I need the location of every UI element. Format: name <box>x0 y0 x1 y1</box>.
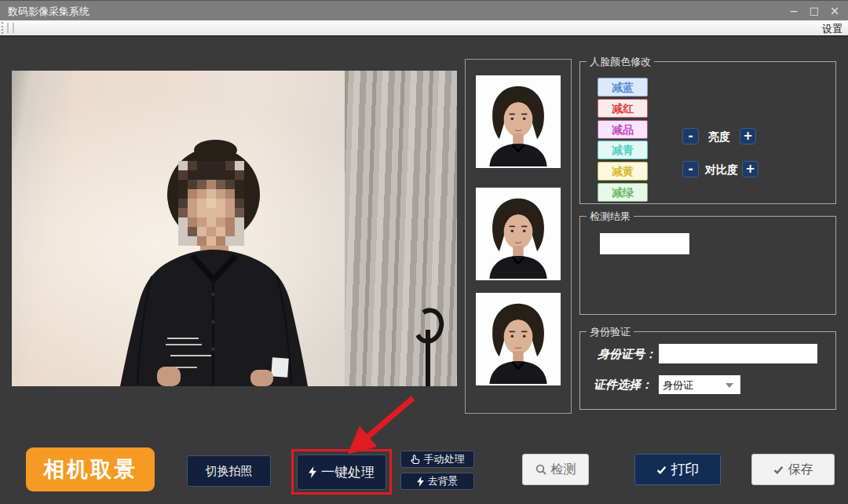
id-photo-portrait <box>476 293 561 385</box>
one-click-process-label: 一键处理 <box>321 463 375 481</box>
minimize-button[interactable]: − <box>785 3 802 19</box>
reduce-green-button[interactable]: 减绿 <box>598 183 648 202</box>
detection-result-panel: 检测结果 <box>579 216 836 315</box>
reduce-cyan-button[interactable]: 减青 <box>598 141 648 159</box>
maximize-button[interactable]: □ <box>806 3 823 19</box>
photo-thumbnail-1[interactable] <box>476 75 561 168</box>
save-label: 保存 <box>788 462 813 478</box>
contrast-minus-button[interactable]: - <box>682 161 699 177</box>
photo-thumbnail-strip <box>465 59 572 414</box>
switch-capture-button[interactable]: 切换拍照 <box>187 455 271 487</box>
check-icon <box>773 465 784 475</box>
lightning-icon <box>417 477 424 487</box>
manual-process-button[interactable]: 手动处理 <box>400 451 474 468</box>
face-color-panel-title: 人脸颜色修改 <box>587 55 654 69</box>
contrast-label: 对比度 <box>705 163 738 177</box>
detect-button[interactable]: 检测 <box>522 454 589 485</box>
camera-view-button[interactable]: 相机取景 <box>26 447 155 491</box>
annotation-arrow <box>338 389 424 455</box>
close-button[interactable]: × <box>826 3 843 19</box>
identity-panel-title: 身份验证 <box>587 325 634 339</box>
id-number-label: 身份证号： <box>598 347 656 362</box>
doc-type-label: 证件选择： <box>594 378 652 393</box>
print-label: 打印 <box>671 460 700 479</box>
identity-verification-panel: 身份验证 身份证号： 证件选择： 身份证 <box>579 331 836 410</box>
manual-process-label: 手动处理 <box>424 452 465 466</box>
app-window: 数码影像采集系统 − □ × 设置 <box>0 0 848 504</box>
settings-button[interactable]: 设置 <box>822 22 843 36</box>
lightning-icon <box>309 466 316 478</box>
subject-body <box>12 71 457 386</box>
remove-background-button[interactable]: 去背景 <box>400 473 474 490</box>
doc-type-select[interactable]: 身份证 <box>659 375 740 394</box>
detection-result-title: 检测结果 <box>587 210 634 224</box>
brightness-label: 亮度 <box>708 130 730 144</box>
toolbar-grip-bars-icon <box>7 23 14 33</box>
face-color-panel: 人脸颜色修改 减蓝 减红 减品 减青 减黄 减绿 - 亮度 + - 对比度 + <box>579 61 836 204</box>
window-titlebar: 数码影像采集系统 − □ × <box>0 0 848 20</box>
id-photo-portrait <box>476 75 561 168</box>
chevron-down-icon <box>726 383 733 388</box>
toolbar: 设置 <box>0 20 848 37</box>
one-click-process-button[interactable]: 一键处理 <box>297 455 386 490</box>
reduce-magenta-button[interactable]: 减品 <box>598 120 648 139</box>
id-photo-portrait <box>476 188 561 280</box>
detection-result-box <box>600 233 689 254</box>
contrast-plus-button[interactable]: + <box>742 161 758 177</box>
camera-preview <box>12 71 457 386</box>
reduce-blue-button[interactable]: 减蓝 <box>598 78 648 97</box>
check-icon <box>656 465 667 475</box>
detect-label: 检测 <box>551 462 576 478</box>
save-button[interactable]: 保存 <box>751 454 835 485</box>
brightness-minus-button[interactable]: - <box>682 128 699 144</box>
reduce-yellow-button[interactable]: 减黄 <box>598 162 648 181</box>
brightness-plus-button[interactable]: + <box>740 128 756 144</box>
photo-thumbnail-3[interactable] <box>476 293 561 385</box>
photo-thumbnail-2[interactable] <box>476 188 561 280</box>
id-number-input[interactable] <box>659 344 817 363</box>
print-button[interactable]: 打印 <box>634 454 721 485</box>
remove-background-label: 去背景 <box>428 474 459 488</box>
window-title: 数码影像采集系统 <box>8 5 90 19</box>
reduce-red-button[interactable]: 减红 <box>598 99 648 118</box>
doc-type-value: 身份证 <box>663 378 693 393</box>
toolbar-grip-icon[interactable] <box>2 22 5 34</box>
search-icon <box>535 464 546 475</box>
hand-icon <box>411 455 420 464</box>
